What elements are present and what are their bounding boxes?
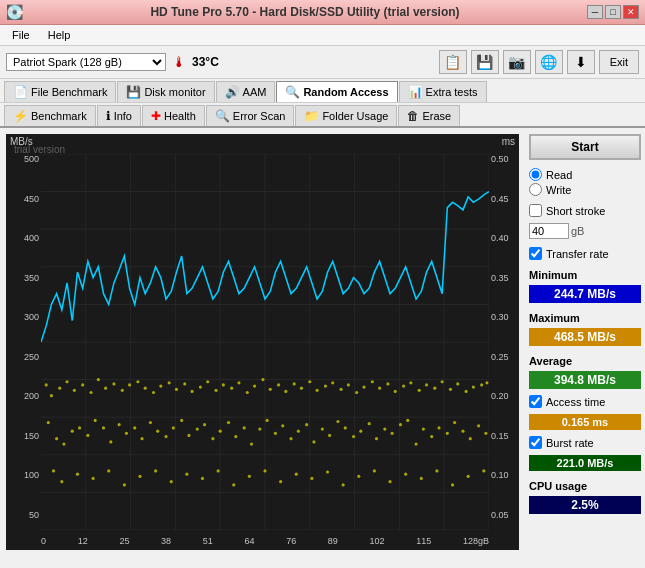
y-label-300: 300	[24, 312, 39, 322]
svg-point-54	[300, 387, 303, 390]
start-button[interactable]: Start	[529, 134, 641, 160]
tab-erase[interactable]: 🗑 Erase	[398, 105, 460, 126]
save-button[interactable]: 💾	[471, 50, 499, 74]
short-stroke-checkbox[interactable]: Short stroke	[529, 204, 641, 217]
radio-write-input[interactable]	[529, 183, 542, 196]
svg-point-115	[328, 434, 331, 437]
svg-point-139	[92, 477, 95, 480]
tab-extra-tests[interactable]: 📊 Extra tests	[399, 81, 487, 102]
svg-point-130	[446, 432, 449, 435]
svg-point-88	[118, 423, 121, 426]
camera-button[interactable]: 📷	[503, 50, 531, 74]
svg-point-27	[89, 391, 92, 394]
svg-point-79	[47, 421, 50, 424]
y-right-label-040: 0.40	[491, 233, 509, 243]
tab-info[interactable]: ℹ Info	[97, 105, 141, 126]
svg-point-135	[484, 432, 487, 435]
svg-point-160	[420, 477, 423, 480]
tab-folder-usage[interactable]: 📁 Folder Usage	[295, 105, 397, 126]
x-label-38: 38	[161, 536, 171, 546]
svg-point-140	[107, 469, 110, 472]
maximize-button[interactable]: □	[605, 5, 621, 19]
burst-rate-input[interactable]	[529, 436, 542, 449]
svg-point-48	[253, 384, 256, 387]
svg-point-24	[65, 380, 68, 383]
access-time-value: 0.165 ms	[529, 414, 641, 430]
error-scan-icon: 🔍	[215, 109, 230, 123]
toolbar-icons: 📋 💾 📷 🌐 ⬇ Exit	[439, 50, 639, 74]
minimum-value: 244.7 MB/s	[529, 285, 641, 303]
svg-point-84	[86, 434, 89, 437]
arrow-button[interactable]: ⬇	[567, 50, 595, 74]
minimize-button[interactable]: ─	[587, 5, 603, 19]
tab-health[interactable]: ✚ Health	[142, 105, 205, 126]
svg-point-138	[76, 473, 79, 476]
y-label-500: 500	[24, 154, 39, 164]
svg-point-77	[480, 383, 483, 386]
svg-point-61	[355, 391, 358, 394]
thermometer-icon: 🌡	[172, 54, 186, 70]
temperature-display: 33°C	[192, 55, 219, 69]
svg-point-158	[388, 480, 391, 483]
x-label-64: 64	[244, 536, 254, 546]
menu-file[interactable]: File	[8, 27, 34, 43]
y-right-label-045: 0.45	[491, 194, 509, 204]
tab-file-benchmark[interactable]: 📄 File Benchmark	[4, 81, 116, 102]
y-axis-labels-right: 0.50 0.45 0.40 0.35 0.30 0.25 0.20 0.15 …	[489, 154, 519, 520]
svg-point-153	[310, 477, 313, 480]
svg-point-95	[172, 426, 175, 429]
burst-rate-checkbox[interactable]: Burst rate	[529, 436, 641, 449]
svg-point-119	[359, 430, 362, 433]
network-button[interactable]: 🌐	[535, 50, 563, 74]
svg-point-136	[52, 469, 55, 472]
svg-point-29	[104, 387, 107, 390]
average-value: 394.8 MB/s	[529, 371, 641, 389]
erase-icon: 🗑	[407, 109, 419, 123]
svg-point-68	[409, 381, 412, 384]
radio-read[interactable]: Read	[529, 168, 641, 181]
title-bar: 💽 HD Tune Pro 5.70 - Hard Disk/SSD Utili…	[0, 0, 645, 25]
svg-point-143	[154, 469, 157, 472]
y-label-50: 50	[29, 510, 39, 520]
access-time-checkbox[interactable]: Access time	[529, 395, 641, 408]
tab-error-scan-label: Error Scan	[233, 110, 286, 122]
svg-point-25	[73, 389, 76, 392]
close-button[interactable]: ✕	[623, 5, 639, 19]
radio-read-input[interactable]	[529, 168, 542, 181]
menu-help[interactable]: Help	[44, 27, 75, 43]
burst-rate-label: Burst rate	[546, 437, 594, 449]
tab-random-access[interactable]: 🔍 Random Access	[276, 81, 397, 102]
x-label-12: 12	[78, 536, 88, 546]
svg-point-44	[222, 383, 225, 386]
x-label-76: 76	[286, 536, 296, 546]
tab-disk-monitor[interactable]: 💾 Disk monitor	[117, 81, 214, 102]
exit-button[interactable]: Exit	[599, 50, 639, 74]
maximum-value: 468.5 MB/s	[529, 328, 641, 346]
tab-aam[interactable]: 🔊 AAM	[216, 81, 276, 102]
minimum-label: Minimum	[529, 269, 641, 281]
radio-group: Read Write	[529, 168, 641, 196]
tab-benchmark[interactable]: ⚡ Benchmark	[4, 105, 96, 126]
svg-point-71	[433, 387, 436, 390]
svg-point-123	[391, 432, 394, 435]
svg-point-117	[344, 426, 347, 429]
transfer-rate-input[interactable]	[529, 247, 542, 260]
svg-point-22	[50, 394, 53, 397]
tab-error-scan[interactable]: 🔍 Error Scan	[206, 105, 295, 126]
svg-point-59	[339, 388, 342, 391]
svg-point-45	[230, 387, 233, 390]
info-icon: ℹ	[106, 109, 111, 123]
tab-benchmark-label: Benchmark	[31, 110, 87, 122]
gb-input[interactable]	[529, 223, 569, 239]
drive-select[interactable]: Patriot Spark (128 gB)	[6, 53, 166, 71]
svg-point-87	[109, 440, 112, 443]
short-stroke-input[interactable]	[529, 204, 542, 217]
y-label-450: 450	[24, 194, 39, 204]
copy-button[interactable]: 📋	[439, 50, 467, 74]
svg-point-32	[128, 383, 131, 386]
radio-write[interactable]: Write	[529, 183, 641, 196]
access-time-input[interactable]	[529, 395, 542, 408]
svg-point-89	[125, 432, 128, 435]
transfer-rate-checkbox[interactable]: Transfer rate	[529, 247, 641, 260]
svg-point-150	[263, 469, 266, 472]
